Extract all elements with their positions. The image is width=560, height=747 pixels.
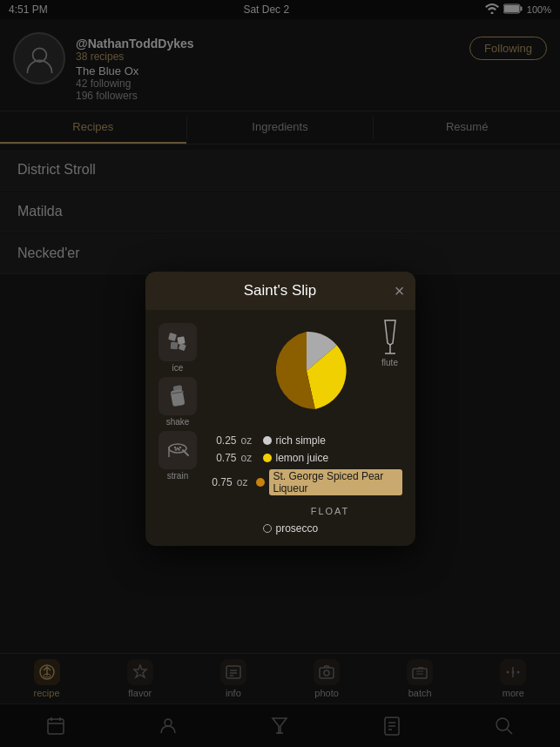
modal-content: flute: [206, 319, 407, 537]
icon-box-strain: [159, 431, 197, 469]
ing-dot-1: [263, 454, 272, 462]
modal: Saint's Slip × ice: [145, 272, 415, 546]
modal-overlay[interactable]: Saint's Slip × ice: [0, 0, 560, 747]
ing-amount-2: 0.75: [211, 476, 233, 488]
svg-point-14: [179, 446, 181, 448]
ingredient-row-0: 0.25 oz rich simple: [206, 432, 407, 449]
svg-rect-4: [168, 333, 177, 341]
ing-dot-float: [263, 524, 272, 533]
float-label: FLOAT: [206, 506, 407, 516]
modal-header: Saint's Slip ×: [145, 272, 415, 310]
pie-container: [206, 319, 407, 427]
modal-close-button[interactable]: ×: [395, 282, 405, 299]
icon-label-strain: strain: [167, 471, 188, 481]
ing-amount-1: 0.75: [211, 452, 237, 464]
icon-item-ice: ice: [159, 323, 197, 373]
icon-box-ice: [159, 323, 197, 361]
svg-point-12: [174, 446, 176, 448]
ing-name-float: prosecco: [276, 522, 319, 535]
ing-unit-2: oz: [237, 476, 252, 488]
icon-item-strain: strain: [159, 431, 197, 481]
icon-label-ice: ice: [172, 363, 184, 373]
ing-amount-0: 0.25: [211, 434, 237, 447]
ingredients: 0.25 oz rich simple 0.75 oz lemon juice …: [206, 427, 407, 502]
svg-rect-6: [171, 341, 179, 349]
icon-item-shake: shake: [159, 377, 197, 427]
ingredient-row-2: 0.75 oz St. George Spiced Pear Liqueur: [206, 467, 407, 498]
icon-label-shake: shake: [166, 417, 190, 427]
modal-icons: ice shake: [154, 319, 202, 537]
glass-area: flute: [378, 319, 402, 367]
glass-label: flute: [381, 358, 398, 367]
ing-dot-0: [263, 436, 272, 445]
ing-name-2: St. George Spiced Pear Liqueur: [269, 469, 402, 495]
modal-body: ice shake: [145, 310, 415, 546]
ingredient-row-float: prosecco: [206, 520, 407, 537]
svg-rect-7: [179, 343, 186, 351]
ing-dot-2: [256, 478, 265, 487]
ing-name-1: lemon juice: [276, 452, 329, 464]
ing-unit-0: oz: [241, 434, 259, 447]
svg-rect-5: [177, 336, 185, 344]
ing-name-0: rich simple: [276, 434, 326, 447]
ingredient-row-1: 0.75 oz lemon juice: [206, 449, 407, 467]
svg-point-16: [178, 448, 179, 450]
ing-unit-1: oz: [241, 452, 259, 464]
modal-title: Saint's Slip: [244, 282, 317, 299]
icon-box-shake: [159, 377, 197, 415]
pie-chart: [259, 323, 354, 419]
svg-point-15: [175, 448, 177, 450]
